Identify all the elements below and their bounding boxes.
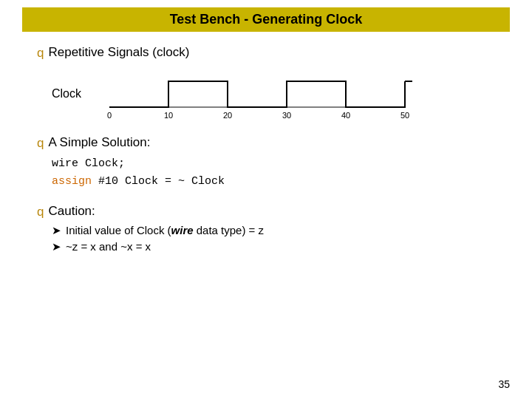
section-repetitive: q Repetitive Signals (clock) (37, 45, 495, 61)
svg-text:20: 20 (223, 111, 232, 120)
arrow-bullet-1: ➤ (52, 224, 61, 237)
page-number: 35 (498, 378, 510, 390)
caution-text-1-bold: wire (171, 224, 194, 236)
code-block: wire Clock; assign #10 Clock = ~ Clock (52, 155, 495, 191)
bullet-repetitive: q Repetitive Signals (clock) (37, 45, 495, 61)
bullet-simple: q A Simple Solution: (37, 135, 495, 151)
svg-text:10: 10 (164, 111, 173, 120)
bullet-icon-3: q (37, 205, 44, 219)
caution-items: ➤ Initial value of Clock (wire data type… (52, 224, 495, 253)
svg-text:50: 50 (400, 111, 409, 120)
page-title: Test Bench - Generating Clock (22, 7, 510, 32)
bullet-icon-2: q (37, 136, 44, 151)
caution-item-2: ➤ ~z = x and ~x = x (52, 240, 495, 253)
waveform-diagram: 0 10 20 30 40 50 (102, 74, 412, 122)
section2-label: A Simple Solution: (48, 135, 150, 150)
svg-text:40: 40 (341, 111, 350, 120)
arrow-bullet-2: ➤ (52, 240, 61, 253)
section3-label: Caution: (48, 204, 95, 219)
bullet-caution: q Caution: (37, 204, 495, 219)
section1-label: Repetitive Signals (clock) (48, 45, 189, 60)
section-caution: q Caution: ➤ Initial value of Clock (wir… (37, 204, 495, 253)
caution-text-1-prefix: Initial value of Clock ( (66, 224, 171, 236)
caution-item-1: ➤ Initial value of Clock (wire data type… (52, 224, 495, 237)
svg-text:0: 0 (107, 111, 112, 120)
waveform-area: Clock 0 10 (37, 74, 495, 122)
clock-label: Clock (52, 87, 89, 100)
caution-text-1-suffix: data type) = z (194, 224, 264, 236)
code-line-2-rest: #10 Clock = ~ Clock (92, 175, 225, 188)
bullet-icon-1: q (37, 46, 44, 61)
code-line-2: assign #10 Clock = ~ Clock (52, 173, 495, 191)
caution-text-1: Initial value of Clock (wire data type) … (66, 224, 264, 236)
section-simple-solution: q A Simple Solution: wire Clock; assign … (37, 135, 495, 191)
keyword-assign: assign (52, 175, 92, 188)
svg-text:30: 30 (282, 111, 291, 120)
caution-text-2: ~z = x and ~x = x (66, 240, 151, 253)
code-line-1: wire Clock; (52, 155, 495, 173)
